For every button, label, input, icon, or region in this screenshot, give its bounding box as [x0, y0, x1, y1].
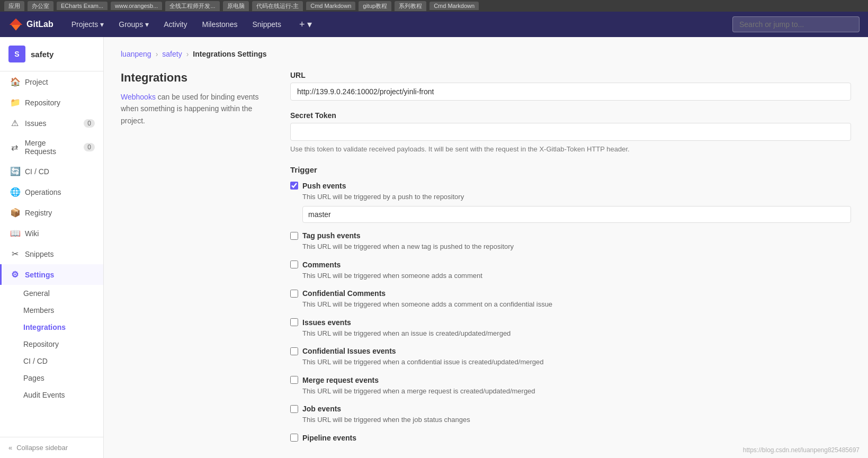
settings-icon: ⚙: [10, 270, 20, 280]
push-events-branch-input[interactable]: [302, 206, 851, 223]
sidebar-subitem-pages[interactable]: Pages: [0, 370, 103, 387]
trigger-confidential-comments: Confidential Comments This URL will be t…: [290, 289, 851, 310]
sidebar-item-merge-requests[interactable]: ⇄ Merge Requests 0: [0, 133, 103, 161]
browser-tab[interactable]: Cmd Markdown: [429, 2, 479, 10]
wiki-icon: 📖: [10, 228, 20, 238]
gitlab-logo[interactable]: GitLab: [8, 17, 53, 32]
project-name: safety: [31, 50, 53, 59]
browser-tab[interactable]: 代码在线运行-主: [252, 1, 303, 11]
sidebar-item-registry[interactable]: 📦 Registry: [0, 202, 103, 223]
sidebar-project-header: S safety: [0, 37, 103, 71]
breadcrumb-luanpeng[interactable]: luanpeng: [121, 50, 151, 58]
tag-push-events-desc: This URL will be triggered when a new ta…: [302, 241, 851, 252]
browser-tab[interactable]: 办公室: [28, 1, 53, 11]
push-events-label: Push events: [302, 182, 346, 190]
issues-badge: 0: [84, 119, 95, 128]
url-form-group: URL: [290, 71, 851, 101]
secret-token-label: Secret Token: [290, 111, 851, 120]
comments-desc: This URL will be triggered when someone …: [302, 271, 851, 281]
sidebar-subitem-members[interactable]: Members: [0, 302, 103, 319]
trigger-tag-push-events: Tag push events This URL will be trigger…: [290, 231, 851, 252]
trigger-merge-request-events: Merge request events This URL will be tr…: [290, 376, 851, 397]
browser-tab[interactable]: 全线工程师开发...: [165, 1, 219, 11]
trigger-section: Trigger Push events This URL will be tri…: [290, 165, 851, 442]
trigger-push-events: Push events This URL will be triggered b…: [290, 182, 851, 223]
collapse-icon: «: [8, 444, 12, 452]
collapse-sidebar-button[interactable]: « Collapse sidebar: [0, 437, 104, 458]
browser-tab[interactable]: ECharts Exam...: [57, 2, 108, 10]
trigger-job-events: Job events This URL will be triggered wh…: [290, 405, 851, 425]
browser-tab[interactable]: 应用: [4, 1, 24, 11]
sidebar-item-project[interactable]: 🏠 Project: [0, 71, 103, 92]
right-panel: URL Secret Token Use this token to valid…: [290, 71, 851, 451]
tag-push-events-checkbox[interactable]: [290, 232, 298, 240]
job-events-checkbox[interactable]: [290, 405, 298, 413]
tag-push-events-label: Tag push events: [302, 231, 360, 240]
confidential-comments-desc: This URL will be triggered when someone …: [302, 299, 851, 310]
nav-activity[interactable]: Activity: [156, 12, 194, 37]
webhooks-link[interactable]: Webhooks: [121, 93, 156, 101]
trigger-title: Trigger: [290, 165, 851, 174]
confidential-comments-checkbox[interactable]: [290, 290, 298, 298]
browser-tab[interactable]: 系列教程: [395, 1, 426, 11]
sidebar-item-operations[interactable]: 🌐 Operations: [0, 182, 103, 202]
secret-token-form-group: Secret Token Use this token to validate …: [290, 111, 851, 155]
nav-plus-button[interactable]: + ▾: [295, 19, 317, 30]
operations-icon: 🌐: [10, 187, 20, 197]
confidential-issues-events-label: Confidential Issues events: [302, 347, 396, 355]
top-navigation: GitLab Projects ▾ Groups ▾ Activity Mile…: [0, 12, 868, 37]
sidebar-item-ci-cd[interactable]: 🔄 CI / CD: [0, 161, 103, 182]
job-events-desc: This URL will be triggered when the job …: [302, 415, 851, 425]
browser-tab[interactable]: Cmd Markdown: [306, 2, 355, 10]
merge-request-events-label: Merge request events: [302, 376, 379, 384]
confidential-comments-label: Confidential Comments: [302, 289, 386, 298]
avatar: S: [8, 46, 25, 62]
browser-tab[interactable]: gitup教程: [359, 1, 391, 11]
confidential-issues-events-desc: This URL will be triggered when a confid…: [302, 357, 851, 367]
browser-bar: 应用 办公室 ECharts Exam... www.orangesb... 全…: [0, 0, 868, 12]
snippets-icon: ✂: [10, 249, 20, 259]
sidebar-item-snippets[interactable]: ✂ Snippets: [0, 244, 103, 264]
issues-events-checkbox[interactable]: [290, 318, 298, 326]
section-description: Webhooks can be used for binding events …: [121, 91, 269, 127]
sidebar-item-repository[interactable]: 📁 Repository: [0, 92, 103, 113]
merge-request-events-checkbox[interactable]: [290, 376, 298, 384]
nav-milestones[interactable]: Milestones: [195, 12, 245, 37]
cicd-icon: 🔄: [10, 166, 20, 176]
global-search-input[interactable]: [732, 16, 860, 32]
page-title: Integrations: [121, 71, 269, 85]
nav-projects[interactable]: Projects ▾: [64, 12, 112, 37]
pipeline-events-checkbox[interactable]: [290, 434, 298, 442]
secret-token-input[interactable]: [290, 123, 851, 141]
url-input[interactable]: [290, 83, 851, 101]
watermark: https://blog.csdn.net/luanpeng825485697: [743, 446, 860, 454]
job-events-label: Job events: [302, 405, 341, 413]
gitlab-brand-name: GitLab: [26, 20, 53, 29]
merge-badge: 0: [84, 143, 95, 151]
issues-events-label: Issues events: [302, 318, 351, 327]
sidebar-item-settings[interactable]: ⚙ Settings: [0, 264, 103, 285]
browser-tab[interactable]: 原电脑: [223, 1, 249, 11]
repository-icon: 📁: [10, 97, 20, 107]
comments-checkbox[interactable]: [290, 261, 298, 268]
nav-groups[interactable]: Groups ▾: [111, 12, 156, 37]
sidebar-subitem-cicd[interactable]: CI / CD: [0, 353, 103, 370]
home-icon: 🏠: [10, 77, 20, 87]
sidebar-subitem-repository[interactable]: Repository: [0, 336, 103, 353]
sidebar-item-wiki[interactable]: 📖 Wiki: [0, 223, 103, 244]
nav-snippets[interactable]: Snippets: [245, 12, 288, 37]
sidebar-item-issues[interactable]: ⚠ Issues 0: [0, 113, 103, 133]
breadcrumb-current: Integrations Settings: [193, 50, 266, 58]
sidebar-subitem-audit-events[interactable]: Audit Events: [0, 387, 103, 403]
push-events-checkbox[interactable]: [290, 182, 298, 190]
sidebar-subitem-integrations[interactable]: Integrations: [0, 319, 103, 336]
breadcrumb-safety[interactable]: safety: [162, 50, 182, 58]
url-label: URL: [290, 71, 851, 79]
confidential-issues-events-checkbox[interactable]: [290, 347, 298, 355]
trigger-pipeline-events: Pipeline events: [290, 434, 851, 442]
browser-tab[interactable]: www.orangesb...: [111, 2, 162, 10]
left-panel: Integrations Webhooks can be used for bi…: [121, 71, 269, 127]
push-events-desc: This URL will be triggered by a push to …: [302, 192, 851, 202]
secret-token-hint: Use this token to validate received payl…: [290, 144, 851, 155]
sidebar-subitem-general[interactable]: General: [0, 285, 103, 302]
